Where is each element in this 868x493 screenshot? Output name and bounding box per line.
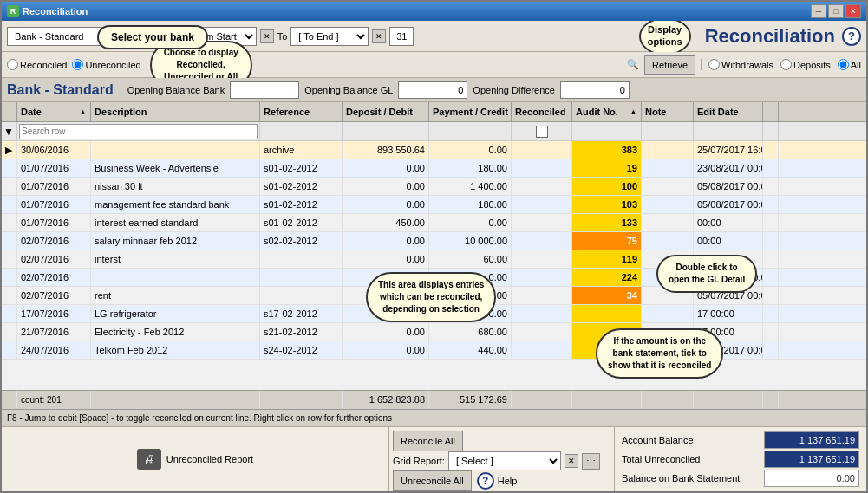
title-bar-left: R Reconciliation <box>7 5 88 17</box>
entries-area-annotation: This area displays entries which can be … <box>366 272 496 322</box>
table-row[interactable]: 01/07/2016 management fee standard bank … <box>2 196 866 214</box>
td-deposit: 893 550.64 <box>343 141 429 159</box>
opening-balance-bank-input[interactable] <box>230 81 299 99</box>
to-date-select[interactable]: [ To End ] <box>290 27 369 46</box>
table-row[interactable]: 24/07/2016 Telkom Feb 2012 s24-02-2012 0… <box>2 341 866 360</box>
col-audit[interactable]: Audit No. ▲ <box>572 102 642 121</box>
totals-row: count: 201 1 652 823.88 515 172.69 <box>2 390 866 409</box>
status-bar: F8 - Jump to debit [Space] - to toggle r… <box>2 409 866 426</box>
printer-icon: 🖨 <box>137 449 161 470</box>
unreconciled-radio[interactable]: Unreconciled <box>72 59 140 70</box>
tick-info-annotation: If the amount is on the bank statement, … <box>596 328 723 379</box>
total-deposit: 1 652 823.88 <box>343 391 429 408</box>
grid-report-select[interactable]: [ Select ] <box>448 451 561 470</box>
search-cell-5 <box>429 122 512 140</box>
table-row[interactable]: 21/07/2016 Electricity - Feb 2012 s21-02… <box>2 323 866 341</box>
search-row: ▼ <box>2 122 866 141</box>
deposits-radio[interactable]: Deposits <box>780 59 831 70</box>
search-input[interactable] <box>19 124 258 139</box>
col-payment: Payment / Credit <box>429 102 512 121</box>
retrieve-button[interactable]: Retrieve <box>644 55 695 75</box>
search-cell-4 <box>343 122 429 140</box>
display-options-button[interactable]: Display options <box>639 21 691 55</box>
search-reconciled-checkbox[interactable] <box>536 126 548 138</box>
filter-bar: Reconciled Unreconciled Choose to displa… <box>2 52 866 78</box>
content-wrapper: Select your bank Bank - Standard From [ … <box>2 21 866 491</box>
bank-name-heading: Bank - Standard <box>7 82 114 98</box>
footer-right: Account Balance 1 137 651.19 Total Unrec… <box>615 427 866 491</box>
search-cell-recon <box>512 122 572 140</box>
unreconcile-all-button[interactable]: Unreconcile All <box>393 470 472 491</box>
transaction-type-group: Withdrawals Deposits All <box>701 59 861 70</box>
table-row[interactable]: 01/07/2016 interest earned standard s01-… <box>2 214 866 232</box>
search-cell-main <box>17 122 260 140</box>
table-header: Date ▲ Description Reference Deposit / D… <box>2 102 866 122</box>
reconciled-radio[interactable]: Reconciled <box>7 59 67 70</box>
reconcile-filter-group: Reconciled Unreconciled <box>7 59 141 70</box>
withdrawals-radio[interactable]: Withdrawals <box>708 59 773 70</box>
td-description <box>91 141 260 159</box>
from-clear-button[interactable]: ✕ <box>260 29 274 43</box>
col-note: Note <box>642 102 694 121</box>
col-expand <box>2 102 17 121</box>
all-radio[interactable]: All <box>838 59 861 70</box>
search-cell-7 <box>572 122 642 140</box>
td-edit-date: 25/07/2017 16:03 <box>694 141 763 159</box>
close-button[interactable]: ✕ <box>845 4 861 18</box>
menu-dots-icon: ⋯ <box>586 456 596 467</box>
main-window: R Reconciliation ─ □ ✕ Select your bank … <box>0 0 868 493</box>
opening-difference-input[interactable] <box>560 81 630 99</box>
table-row[interactable]: 01/07/2016 Business Week - Advertensie s… <box>2 159 866 178</box>
opening-balance-bank-label: Opening Balance Bank <box>127 85 225 95</box>
table-row[interactable]: 01/07/2016 nissan 30 lt s01-02-2012 0.00… <box>2 178 866 196</box>
total-payment: 515 172.69 <box>429 391 512 408</box>
maximize-button[interactable]: □ <box>828 4 844 18</box>
select-bank-annotation: Select your bank <box>97 25 208 49</box>
to-clear-button[interactable]: ✕ <box>372 29 386 43</box>
balance-on-bank-value: 0.00 <box>764 470 859 487</box>
app-icon: R <box>7 5 19 17</box>
balance-on-bank-label: Balance on Bank Statement <box>622 473 740 483</box>
footer-center: Reconcile All Grid Report: [ Select ] ✕ … <box>389 427 615 491</box>
opening-difference-label: Opening Difference <box>473 85 555 95</box>
search-cell-expand: ▼ <box>2 122 17 140</box>
td-note <box>642 141 694 159</box>
opening-balance-gl-input[interactable] <box>398 81 467 99</box>
help-circle-button[interactable]: ? <box>477 472 494 490</box>
table-row[interactable]: ▶ 30/06/2016 archive 893 550.64 0.00 383… <box>2 141 866 159</box>
search-button[interactable]: 🔍 <box>627 59 639 70</box>
page-title: Reconciliation <box>705 25 835 48</box>
col-deposit: Deposit / Debit <box>343 102 429 121</box>
col-edit-date: Edit Date <box>694 102 763 121</box>
total-unreconciled-row: Total Unreconciled 1 137 651.19 <box>622 451 859 468</box>
grid-report-row: Grid Report: [ Select ] ✕ ⋯ <box>393 451 610 470</box>
day-box: 31 <box>389 27 414 46</box>
grid-report-menu-button[interactable]: ⋯ <box>582 453 600 470</box>
help-area: ? Help <box>477 470 518 491</box>
grid-report-clear-button[interactable]: ✕ <box>565 454 578 468</box>
minimize-button[interactable]: ─ <box>811 4 826 18</box>
double-click-annotation: Double click to open the GL Detail <box>656 255 757 293</box>
audit-sort-icon[interactable]: ▲ <box>630 107 637 116</box>
search-cell-10 <box>763 122 779 140</box>
reconcile-all-button[interactable]: Reconcile All <box>393 431 463 451</box>
help-button[interactable]: ? <box>842 27 861 46</box>
to-label: To <box>277 31 288 42</box>
col-date[interactable]: Date ▲ <box>17 102 91 121</box>
search-cell-8 <box>642 122 694 140</box>
total-unreconciled-label: Total Unreconciled <box>622 454 701 464</box>
table-row[interactable]: 02/07/2016 salary minnaar feb 2012 s02-0… <box>2 232 866 250</box>
col-reconciled: Reconciled <box>512 102 572 121</box>
help-label: Help <box>498 476 518 486</box>
col-reference: Reference <box>260 102 343 121</box>
td-reference: archive <box>260 141 343 159</box>
filter-bar-right: 🔍 Retrieve Withdrawals Deposits All <box>627 55 861 75</box>
balance-on-bank-row: Balance on Bank Statement 0.00 <box>622 470 859 487</box>
filter-arrow-icon: ▼ <box>3 126 14 138</box>
search-cell-9 <box>694 122 763 140</box>
status-text: F8 - Jump to debit [Space] - to toggle r… <box>7 413 392 423</box>
date-sort-icon[interactable]: ▲ <box>79 107 87 116</box>
td-audit[interactable]: 383 <box>572 141 642 159</box>
col-scrollbar <box>763 102 779 121</box>
td-expand[interactable]: ▶ <box>2 141 17 159</box>
